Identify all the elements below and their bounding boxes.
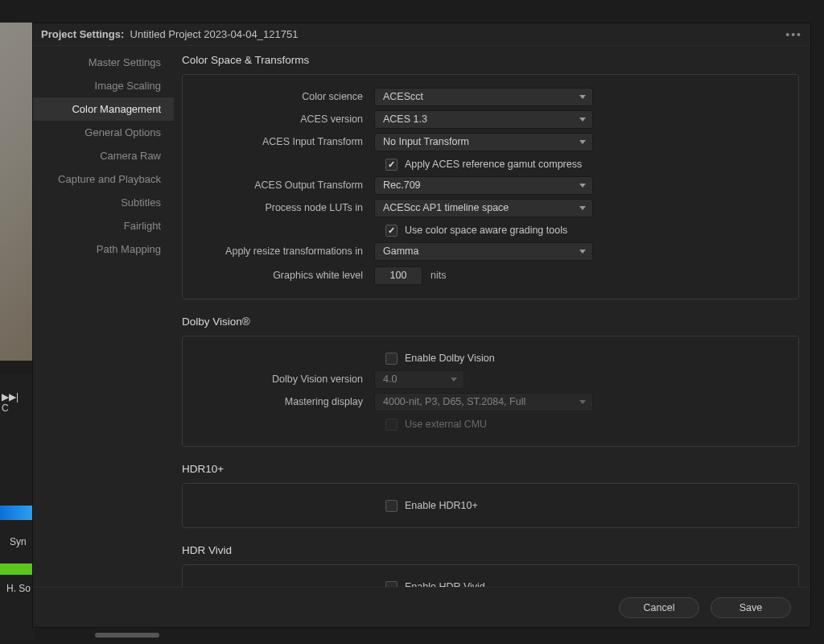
label-enable-vivid: Enable HDR Vivid [405, 581, 485, 587]
label-aces-output: ACES Output Transform [192, 180, 374, 191]
dialog-footer: Cancel Save [33, 587, 810, 627]
label-resize: Apply resize transformations in [192, 246, 374, 257]
chevron-down-icon [579, 400, 586, 404]
section-vivid: Enable HDR Vivid [182, 564, 799, 587]
label-white-level: Graphics white level [192, 270, 374, 281]
sidebar-item-subtitles[interactable]: Subtitles [33, 191, 174, 214]
sidebar-item-fairlight[interactable]: Fairlight [33, 214, 174, 237]
more-options-icon[interactable]: ••• [785, 28, 802, 41]
label-mastering-display: Mastering display [192, 396, 374, 407]
label-color-science: Color science [192, 91, 374, 102]
checkbox-enable-dolby[interactable] [385, 353, 398, 365]
chevron-down-icon [579, 184, 586, 188]
label-aces-version: ACES version [192, 114, 374, 125]
dropdown-dolby-version[interactable]: 4.0 [374, 370, 464, 389]
sidebar-item-general-options[interactable]: General Options [33, 121, 174, 144]
checkbox-enable-vivid[interactable] [385, 581, 398, 588]
dropdown-mastering-display[interactable]: 4000-nit, P3, D65, ST.2084, Full [374, 393, 593, 411]
settings-content[interactable]: Color Space & Transforms Color science A… [174, 46, 810, 587]
bg-label-syn: Syn [10, 536, 27, 547]
checkbox-external-cmu [385, 419, 398, 431]
dialog-title-project: Untitled Project 2023-04-04_121751 [130, 28, 299, 40]
section-hdr10: Enable HDR10+ [182, 483, 799, 528]
transport-controls: ▶▶| C [2, 391, 18, 406]
unit-nits: nits [431, 270, 446, 281]
chevron-down-icon [579, 140, 586, 144]
label-aces-input: ACES Input Transform [192, 136, 374, 147]
dropdown-aces-version[interactable]: ACES 1.3 [374, 110, 593, 129]
label-dolby-version: Dolby Vision version [192, 374, 374, 385]
input-white-level[interactable]: 100 [374, 266, 422, 285]
dropdown-aces-output[interactable]: Rec.709 [374, 176, 593, 195]
dropdown-aces-input[interactable]: No Input Transform [374, 133, 593, 151]
cancel-button[interactable]: Cancel [619, 597, 699, 618]
label-gamut-compress: Apply ACES reference gamut compress [405, 159, 582, 170]
dialog-header: Project Settings: Untitled Project 2023-… [33, 23, 810, 46]
dialog-title-prefix: Project Settings: [41, 28, 124, 40]
sidebar-item-master-settings[interactable]: Master Settings [33, 51, 174, 74]
sidebar-item-capture-playback[interactable]: Capture and Playback [33, 167, 174, 191]
chevron-down-icon [579, 206, 586, 210]
dropdown-process-luts[interactable]: ACEScc AP1 timeline space [374, 199, 593, 217]
label-enable-dolby: Enable Dolby Vision [405, 353, 495, 364]
label-external-cmu: Use external CMU [405, 419, 487, 430]
checkbox-aware-tools[interactable] [385, 225, 398, 237]
label-process-luts: Process node LUTs in [192, 202, 374, 213]
chevron-down-icon [579, 118, 586, 122]
project-settings-dialog: Project Settings: Untitled Project 2023-… [32, 23, 811, 628]
section-title-dolby: Dolby Vision® [182, 316, 799, 328]
checkbox-enable-hdr10[interactable] [385, 500, 398, 512]
bg-strip-green [0, 564, 32, 575]
chevron-down-icon [579, 250, 586, 254]
label-enable-hdr10: Enable HDR10+ [405, 500, 478, 511]
dropdown-color-science[interactable]: ACEScct [374, 88, 593, 106]
sidebar-item-image-scaling[interactable]: Image Scaling [33, 74, 174, 97]
checkbox-gamut-compress[interactable] [385, 159, 398, 171]
viewer-thumbnail [0, 23, 32, 361]
section-title-colorspace: Color Space & Transforms [182, 54, 799, 66]
bg-label-hso: H. So [6, 583, 31, 594]
section-colorspace: Color science ACEScct ACES version ACES … [182, 74, 799, 299]
section-title-vivid: HDR Vivid [182, 544, 799, 556]
section-dolby: Enable Dolby Vision Dolby Vision version… [182, 336, 799, 447]
section-title-hdr10: HDR10+ [182, 463, 799, 475]
dropdown-resize[interactable]: Gamma [374, 242, 593, 261]
bg-scrollbar[interactable] [95, 633, 159, 638]
label-aware-tools: Use color space aware grading tools [405, 225, 567, 236]
chevron-down-icon [451, 378, 457, 382]
sidebar-item-camera-raw[interactable]: Camera Raw [33, 144, 174, 167]
chevron-down-icon [579, 95, 586, 99]
sidebar-item-color-management[interactable]: Color Management [33, 97, 174, 121]
save-button[interactable]: Save [711, 597, 791, 618]
sidebar-item-path-mapping[interactable]: Path Mapping [33, 237, 174, 261]
settings-sidebar: Master Settings Image Scaling Color Mana… [33, 46, 174, 587]
bg-strip-blue [0, 506, 32, 520]
